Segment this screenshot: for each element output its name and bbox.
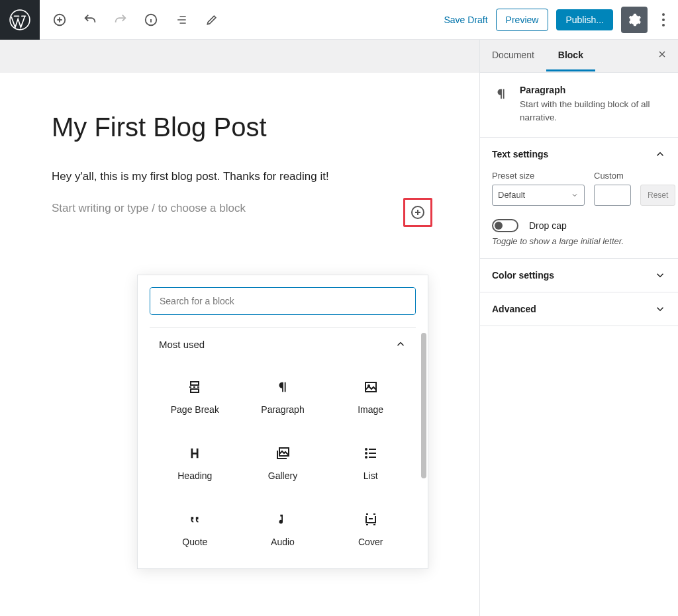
edit-icon[interactable] [204, 12, 220, 28]
block-label: Cover [358, 537, 383, 547]
chevron-up-icon [654, 148, 666, 160]
editor-toolbar: Save Draft Preview Publish... [0, 0, 678, 40]
block-gallery[interactable]: Gallery [239, 429, 327, 496]
sidebar-tabs: Document Block [480, 40, 678, 73]
more-menu-button[interactable] [655, 7, 671, 33]
info-icon[interactable] [143, 12, 159, 28]
drop-cap-toggle[interactable] [492, 219, 518, 232]
chevron-down-icon [654, 303, 666, 315]
editor-canvas: My First Blog Post Hey y'all, this is my… [0, 40, 479, 616]
wordpress-logo[interactable] [0, 0, 40, 40]
svg-point-11 [365, 453, 367, 454]
svg-rect-7 [365, 382, 376, 392]
block-placeholder[interactable]: Start writing or type / to choose a bloc… [52, 202, 246, 215]
inline-add-block-button[interactable] [406, 200, 430, 224]
block-info-title: Paragraph [520, 85, 666, 95]
heading-icon [185, 444, 204, 462]
close-icon [657, 49, 667, 60]
chevron-up-icon [395, 338, 407, 350]
quote-icon [185, 510, 204, 529]
paragraph-icon [492, 85, 510, 103]
block-cover[interactable]: Cover [326, 496, 414, 562]
reset-size-button[interactable]: Reset [640, 185, 675, 206]
block-label: Heading [177, 470, 212, 481]
publish-button[interactable]: Publish... [556, 9, 613, 30]
panel-title: Color settings [492, 270, 554, 281]
add-block-toolbar-icon[interactable] [52, 12, 68, 28]
paragraph-icon [273, 378, 292, 396]
inserter-scrollbar[interactable] [421, 333, 426, 478]
text-settings-toggle[interactable]: Text settings [480, 138, 678, 171]
panel-title: Text settings [492, 149, 548, 159]
drop-cap-help: Toggle to show a large initial letter. [492, 236, 666, 246]
plus-circle-icon [410, 204, 426, 220]
svg-point-5 [662, 24, 665, 26]
close-sidebar-button[interactable] [646, 49, 678, 63]
panel-title: Advanced [492, 304, 536, 314]
image-icon [362, 378, 380, 396]
block-heading[interactable]: Heading [151, 429, 239, 496]
block-info-panel: Paragraph Start with the building block … [480, 73, 678, 138]
block-inserter-popover: Most used Page Break Paragraph Image [137, 275, 428, 569]
color-settings-panel: Color settings [480, 259, 678, 292]
svg-point-4 [662, 19, 665, 21]
svg-point-8 [368, 385, 369, 386]
preview-button[interactable]: Preview [496, 9, 549, 31]
gallery-icon [273, 444, 292, 462]
settings-button[interactable] [621, 7, 648, 33]
block-label: Audio [271, 537, 295, 547]
block-label: Quote [182, 537, 207, 547]
most-used-label: Most used [159, 339, 205, 350]
cover-icon [362, 510, 380, 529]
block-image[interactable]: Image [326, 363, 414, 429]
toolbar-right-group: Save Draft Preview Publish... [444, 7, 678, 33]
block-quote[interactable]: Quote [151, 496, 239, 562]
post-title[interactable]: My First Blog Post [52, 112, 428, 142]
kebab-icon [661, 13, 665, 27]
save-draft-button[interactable]: Save Draft [444, 15, 487, 25]
preset-size-label: Preset size [492, 171, 585, 181]
list-icon [362, 444, 380, 462]
toolbar-left-group [40, 12, 220, 28]
wordpress-icon [9, 9, 31, 31]
custom-size-input[interactable] [594, 185, 631, 206]
post-paragraph[interactable]: Hey y'all, this is my first blog post. T… [52, 170, 428, 183]
block-label: Paragraph [261, 404, 304, 415]
block-label: Image [358, 404, 383, 415]
block-grid: Page Break Paragraph Image Heading [138, 357, 428, 568]
undo-icon[interactable] [82, 12, 98, 28]
text-settings-panel: Text settings Preset size Default Custom [480, 138, 678, 259]
block-info-description: Start with the building block of all nar… [520, 98, 666, 125]
block-audio[interactable]: Audio [239, 496, 327, 562]
custom-size-label: Custom [594, 171, 631, 181]
audio-icon [273, 510, 292, 529]
redo-icon [113, 12, 128, 28]
chevron-down-icon [571, 191, 579, 199]
block-search-input[interactable] [150, 288, 415, 314]
gear-icon [627, 13, 642, 27]
block-search-wrapper [150, 287, 416, 315]
tab-block[interactable]: Block [546, 40, 595, 71]
page-break-icon [185, 378, 204, 396]
block-label: List [363, 470, 378, 481]
svg-point-12 [365, 457, 367, 458]
tab-document[interactable]: Document [480, 40, 546, 71]
preset-size-select[interactable]: Default [492, 185, 585, 206]
settings-sidebar: Document Block Paragraph Start with the … [479, 40, 678, 616]
block-list[interactable]: List [326, 429, 414, 496]
advanced-toggle[interactable]: Advanced [480, 292, 678, 326]
advanced-panel: Advanced [480, 292, 678, 326]
svg-point-10 [365, 449, 367, 450]
color-settings-toggle[interactable]: Color settings [480, 259, 678, 292]
block-label: Gallery [268, 470, 297, 481]
block-page-break[interactable]: Page Break [151, 363, 239, 429]
drop-cap-label: Drop cap [529, 220, 567, 231]
block-label: Page Break [171, 404, 219, 415]
outline-icon[interactable] [173, 12, 189, 28]
preset-size-value: Default [498, 190, 525, 200]
block-paragraph[interactable]: Paragraph [239, 363, 327, 429]
svg-point-3 [662, 13, 665, 16]
most-used-section-toggle[interactable]: Most used [138, 328, 428, 357]
chevron-down-icon [654, 269, 666, 281]
